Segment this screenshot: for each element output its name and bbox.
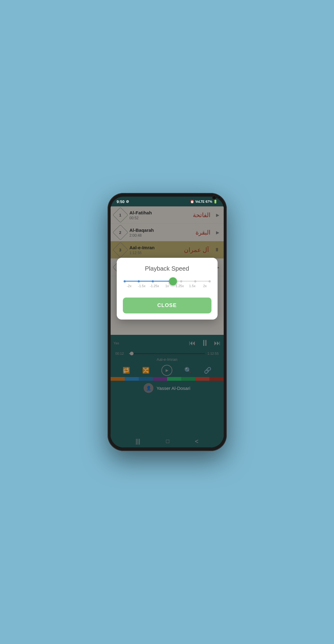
modal-title: Playback Speed	[123, 265, 211, 272]
status-time: 9:50	[117, 199, 125, 204]
camera-area	[212, 195, 221, 200]
alarm-icon: ⏰	[190, 200, 194, 204]
speed-label-minus15x: -1.5x	[137, 284, 146, 288]
speed-label-minus125x: -1.25x	[150, 284, 159, 288]
camera-lens-small	[218, 196, 221, 199]
camera-lens-main	[212, 195, 216, 200]
speed-label-2x: 2x	[200, 284, 209, 288]
slider-track-filled	[125, 281, 173, 282]
battery-text: 67%	[205, 200, 212, 203]
status-bar: 9:50 ⊘ ⏰ VoLTE 67% 🔋	[111, 197, 224, 206]
speed-slider-container[interactable]: -2x -1.5x -1.25x 1x 1.25x 1.5x 2x	[123, 281, 211, 288]
slider-track[interactable]	[125, 281, 210, 282]
status-left: 9:50 ⊘	[117, 199, 129, 204]
speed-label-15x: 1.5x	[188, 284, 197, 288]
speed-labels: -2x -1.5x -1.25x 1x 1.25x 1.5x 2x	[125, 284, 210, 288]
speed-label-minus2x: -2x	[125, 284, 134, 288]
modal-overlay[interactable]	[111, 197, 224, 447]
battery-icon: 🔋	[213, 200, 218, 204]
close-button[interactable]: CLOSE	[123, 298, 211, 313]
speed-label-125x: 1.25x	[175, 284, 184, 288]
dot-125x	[180, 280, 182, 282]
dot-minus125x	[152, 280, 154, 282]
playback-speed-modal: Playback Speed -2x	[117, 258, 218, 320]
wifi-icon: ⊘	[126, 199, 129, 204]
phone-screen: 9:50 ⊘ ⏰ VoLTE 67% 🔋 1 Al-Fatihah 00:52 …	[111, 197, 224, 447]
dot-2x	[208, 280, 211, 282]
speed-label-1x: 1x	[163, 284, 172, 288]
slider-handle[interactable]	[169, 277, 177, 285]
signal-text: VoLTE	[195, 200, 204, 203]
status-right: ⏰ VoLTE 67% 🔋	[190, 200, 217, 204]
dot-minus2x	[123, 280, 126, 282]
phone-frame: 9:50 ⊘ ⏰ VoLTE 67% 🔋 1 Al-Fatihah 00:52 …	[108, 193, 227, 451]
dot-minus15x	[138, 280, 140, 282]
dot-15x	[194, 280, 196, 282]
